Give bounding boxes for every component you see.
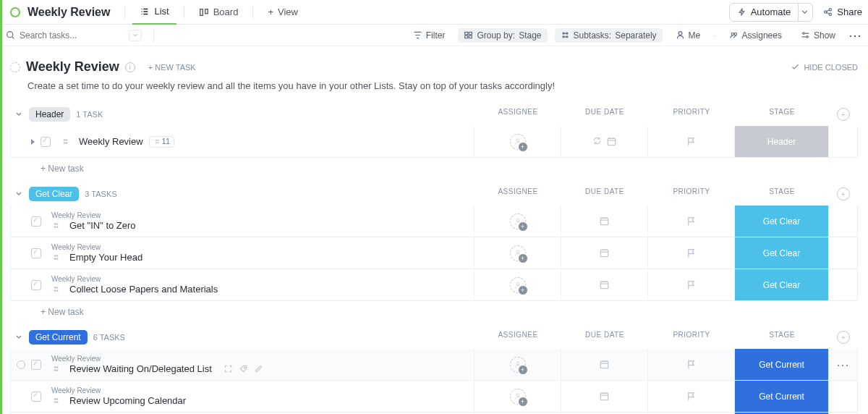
me-button[interactable]: Me (670, 28, 707, 43)
automate-caret[interactable] (797, 3, 813, 22)
col-stage[interactable]: Stage (735, 331, 829, 344)
calendar-icon[interactable] (599, 391, 610, 402)
stage-cell[interactable]: Header (734, 126, 828, 157)
priority-cell[interactable] (647, 381, 734, 412)
col-priority[interactable]: Priority (648, 187, 735, 200)
priority-cell[interactable] (647, 206, 734, 237)
col-stage[interactable]: Stage (735, 108, 829, 121)
search-input[interactable] (20, 30, 92, 41)
assignee-avatar[interactable] (510, 277, 526, 293)
row-more-menu[interactable]: ⋯ (836, 358, 850, 371)
add-column-button[interactable]: + (837, 187, 850, 200)
col-assignee[interactable]: Assignee (475, 108, 561, 121)
tab-board[interactable]: Board (192, 0, 246, 25)
add-column-button[interactable]: + (837, 331, 850, 344)
hide-closed-toggle[interactable]: HIDE CLOSED (791, 62, 858, 72)
col-due[interactable]: Due date (561, 331, 648, 344)
collapse-icon[interactable] (14, 333, 23, 342)
add-task-button[interactable]: + New task (10, 301, 858, 317)
task-checkbox[interactable] (31, 360, 41, 370)
stage-cell[interactable]: Get Clear (734, 206, 828, 237)
assignee-avatar[interactable] (510, 134, 526, 150)
show-button[interactable]: Show (795, 28, 841, 43)
expand-triangle-icon[interactable] (31, 139, 35, 145)
assignees-button[interactable]: Assignees (723, 28, 788, 43)
info-icon[interactable]: i (125, 62, 135, 72)
recurring-icon[interactable] (592, 136, 602, 145)
calendar-icon[interactable] (599, 279, 610, 290)
calendar-icon[interactable] (606, 136, 617, 147)
col-assignee[interactable]: Assignee (475, 187, 561, 200)
filter-button[interactable]: Filter (407, 28, 451, 43)
due-cell[interactable] (561, 269, 647, 300)
due-cell[interactable] (561, 381, 647, 412)
list-color-icon[interactable] (10, 7, 20, 17)
groupby-button[interactable]: Group by: Stage (458, 28, 547, 43)
edit-icon[interactable] (254, 364, 263, 373)
calendar-icon[interactable] (599, 248, 610, 258)
group-pill[interactable]: Get Clear (29, 187, 79, 201)
col-priority[interactable]: Priority (648, 108, 735, 121)
subtasks-button[interactable]: Subtasks: Separately (555, 28, 663, 43)
calendar-icon[interactable] (599, 359, 610, 370)
due-cell[interactable] (561, 126, 647, 157)
assignee-cell[interactable] (474, 349, 561, 380)
expand-icon[interactable] (224, 364, 233, 373)
assignee-cell[interactable] (474, 269, 561, 300)
task-row[interactable]: Weekly ReviewGet "IN" to Zero Get Clear (10, 206, 858, 237)
group-pill[interactable]: Header (29, 107, 70, 122)
task-checkbox[interactable] (31, 216, 41, 227)
task-row[interactable]: Weekly ReviewCollect Loose Papers and Ma… (10, 269, 858, 301)
col-priority[interactable]: Priority (648, 331, 735, 344)
collapse-icon[interactable] (14, 190, 23, 198)
assignee-avatar[interactable] (510, 389, 526, 405)
stage-cell[interactable]: Get Current (734, 381, 828, 412)
task-checkbox[interactable] (31, 280, 41, 290)
assignee-cell[interactable] (474, 126, 561, 157)
priority-cell[interactable] (647, 126, 734, 157)
stage-cell[interactable]: Get Clear (734, 237, 828, 269)
stage-cell[interactable]: Get Current (734, 349, 828, 380)
add-column-button[interactable]: + (837, 108, 850, 121)
task-row[interactable]: Weekly ReviewEmpty Your Head Get Clear (10, 237, 858, 269)
search-box[interactable] (6, 30, 122, 41)
new-task-header[interactable]: + NEW TASK (148, 63, 196, 72)
tab-add-view[interactable]: + View (260, 0, 305, 25)
collapse-icon[interactable] (14, 110, 23, 119)
calendar-icon[interactable] (599, 216, 610, 227)
automate-button[interactable]: Automate (729, 3, 799, 22)
due-cell[interactable] (561, 237, 647, 269)
assignee-avatar[interactable] (510, 214, 526, 229)
assignee-cell[interactable] (474, 206, 561, 237)
share-button[interactable]: Share (823, 7, 862, 17)
tab-list[interactable]: List (132, 0, 176, 25)
task-row[interactable]: Weekly ReviewReview Waiting On/Delegated… (10, 349, 858, 381)
status-circle-icon[interactable] (10, 62, 20, 72)
due-cell[interactable] (561, 349, 647, 380)
tag-icon[interactable] (239, 364, 248, 373)
col-due[interactable]: Due date (561, 187, 648, 200)
priority-cell[interactable] (647, 269, 734, 300)
more-menu[interactable]: ⋯ (848, 29, 862, 42)
assignee-cell[interactable] (474, 381, 561, 412)
due-cell[interactable] (561, 206, 647, 237)
task-row[interactable]: Weekly Review11 Header (10, 126, 858, 158)
task-checkbox[interactable] (41, 137, 51, 147)
assignee-avatar[interactable] (510, 357, 526, 373)
task-row[interactable]: Weekly ReviewReview Upcoming Calendar Ge… (10, 381, 858, 413)
search-expand[interactable] (129, 30, 142, 41)
task-checkbox[interactable] (31, 248, 41, 258)
assignee-avatar[interactable] (510, 245, 526, 261)
col-due[interactable]: Due date (561, 108, 648, 121)
group-pill[interactable]: Get Current (29, 330, 88, 345)
add-task-button[interactable]: + New task (10, 158, 858, 174)
row-select-circle[interactable] (17, 360, 25, 369)
subtask-count-badge[interactable]: 11 (149, 136, 174, 148)
assignee-cell[interactable] (474, 237, 561, 269)
col-assignee[interactable]: Assignee (475, 331, 561, 344)
stage-cell[interactable]: Get Clear (734, 269, 828, 300)
col-stage[interactable]: Stage (735, 187, 829, 200)
priority-cell[interactable] (647, 237, 734, 269)
task-checkbox[interactable] (31, 392, 41, 402)
priority-cell[interactable] (647, 349, 734, 380)
